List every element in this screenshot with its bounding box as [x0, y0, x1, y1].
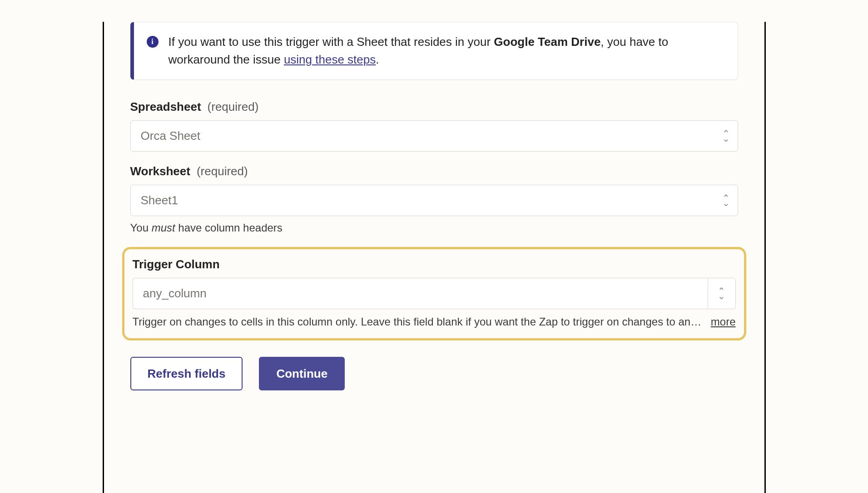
refresh-fields-button[interactable]: Refresh fields: [130, 357, 243, 390]
trigger-column-label: Trigger Column: [133, 257, 220, 271]
trigger-column-highlighted-box: Trigger Column any_column ⌃⌄ Trigger on …: [122, 247, 746, 340]
worksheet-select-wrap: Sheet1 ⌃⌄: [130, 185, 738, 216]
trigger-column-desc-row: Trigger on changes to cells in this colu…: [133, 316, 736, 328]
worksheet-select[interactable]: Sheet1: [130, 185, 738, 216]
worksheet-label: Worksheet: [130, 164, 190, 178]
trigger-column-select-row: any_column ⌃⌄: [133, 278, 736, 309]
continue-button[interactable]: Continue: [259, 357, 345, 390]
info-icon: i: [147, 36, 159, 48]
form-panel: i If you want to use this trigger with a…: [103, 22, 766, 493]
worksheet-helper-prefix: You: [130, 222, 152, 234]
worksheet-helper: You must have column headers: [130, 222, 738, 234]
worksheet-field-group: Worksheet (required) Sheet1 ⌃⌄ You must …: [130, 164, 738, 234]
spreadsheet-select-wrap: Orca Sheet ⌃⌄: [130, 120, 738, 152]
spreadsheet-label-row: Spreadsheet (required): [130, 100, 738, 114]
info-text-prefix: If you want to use this trigger with a S…: [169, 35, 494, 49]
trigger-column-label-row: Trigger Column: [133, 257, 736, 271]
info-text-suffix: .: [376, 53, 379, 66]
trigger-column-description: Trigger on changes to cells in this colu…: [133, 316, 702, 328]
chevron-up-down-icon: ⌃⌄: [718, 289, 725, 299]
worksheet-helper-suffix: have column headers: [175, 222, 283, 234]
button-row: Refresh fields Continue: [130, 357, 738, 390]
info-text-bold: Google Team Drive: [494, 35, 600, 49]
spreadsheet-select[interactable]: Orca Sheet: [130, 120, 738, 152]
worksheet-label-row: Worksheet (required): [130, 164, 738, 178]
spreadsheet-required: (required): [208, 100, 259, 114]
trigger-column-dropdown-button[interactable]: ⌃⌄: [708, 278, 736, 309]
worksheet-helper-em: must: [152, 222, 175, 234]
info-alert: i If you want to use this trigger with a…: [130, 22, 738, 80]
trigger-column-more-link[interactable]: more: [711, 316, 736, 328]
trigger-column-input[interactable]: any_column: [133, 278, 708, 309]
spreadsheet-label: Spreadsheet: [130, 100, 201, 114]
worksheet-required: (required): [197, 164, 248, 178]
spreadsheet-field-group: Spreadsheet (required) Orca Sheet ⌃⌄: [130, 100, 738, 152]
info-text: If you want to use this trigger with a S…: [169, 33, 723, 69]
info-link[interactable]: using these steps: [284, 53, 376, 66]
